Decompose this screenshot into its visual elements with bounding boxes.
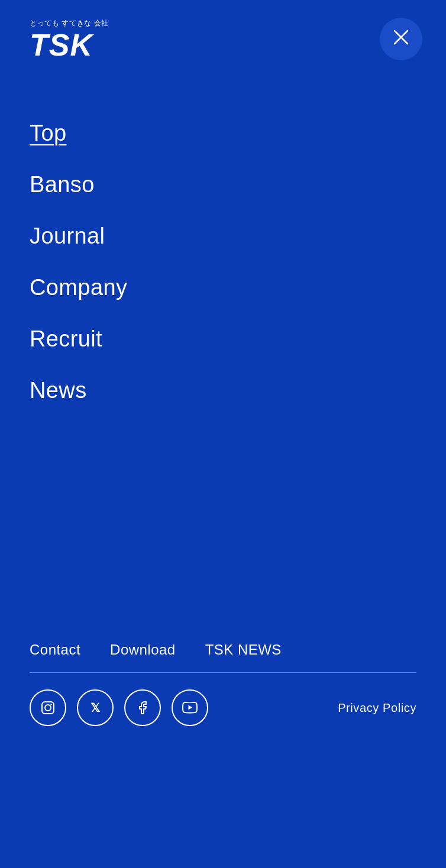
facebook-icon[interactable] bbox=[124, 689, 161, 726]
nav-item-recruit[interactable]: Recruit bbox=[30, 313, 416, 365]
download-link[interactable]: Download bbox=[110, 642, 176, 658]
social-icons: 𝕏 bbox=[30, 689, 208, 726]
x-letter: 𝕏 bbox=[91, 701, 100, 715]
close-button[interactable] bbox=[380, 18, 422, 60]
bottom-links-row: Contact Download TSK NEWS bbox=[30, 642, 416, 673]
nav-menu: Top Banso Journal Company Recruit News bbox=[0, 72, 446, 434]
nav-item-banso[interactable]: Banso bbox=[30, 159, 416, 210]
svg-rect-2 bbox=[42, 702, 54, 714]
social-row: 𝕏 Privacy Policy bbox=[30, 673, 416, 726]
nav-item-news[interactable]: News bbox=[30, 365, 416, 416]
nav-item-journal[interactable]: Journal bbox=[30, 210, 416, 262]
contact-link[interactable]: Contact bbox=[30, 642, 80, 658]
logo-container: とっても すてきな 会社 TSK bbox=[30, 18, 109, 60]
nav-item-top[interactable]: Top bbox=[30, 108, 416, 159]
header: とっても すてきな 会社 TSK bbox=[0, 0, 446, 72]
nav-item-company[interactable]: Company bbox=[30, 262, 416, 313]
logo-tagline: とっても すてきな 会社 bbox=[30, 18, 109, 28]
x-twitter-icon[interactable]: 𝕏 bbox=[77, 689, 114, 726]
close-icon bbox=[393, 30, 409, 49]
tsk-news-link[interactable]: TSK NEWS bbox=[205, 642, 282, 658]
svg-point-4 bbox=[50, 704, 51, 705]
bottom-links-container: Contact Download TSK NEWS 𝕏 bbox=[30, 642, 416, 726]
instagram-icon[interactable] bbox=[30, 689, 66, 726]
youtube-icon[interactable] bbox=[172, 689, 208, 726]
svg-marker-5 bbox=[189, 705, 193, 710]
svg-point-3 bbox=[45, 705, 51, 711]
privacy-policy-link[interactable]: Privacy Policy bbox=[338, 701, 416, 715]
logo-text: TSK bbox=[30, 30, 109, 60]
